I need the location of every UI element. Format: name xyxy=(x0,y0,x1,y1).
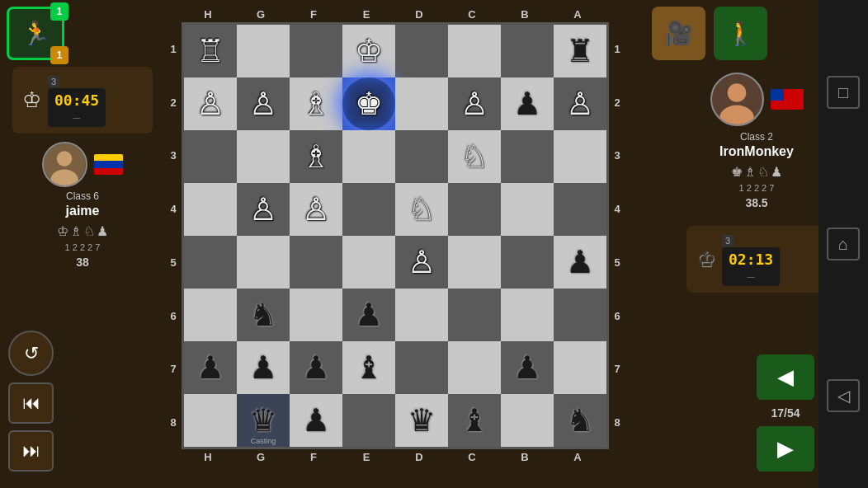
cell-d2[interactable] xyxy=(395,77,448,130)
timer-minus-right: — xyxy=(748,273,755,281)
cell-c1[interactable] xyxy=(448,25,501,77)
cell-e7[interactable]: ♝ xyxy=(342,341,395,394)
cell-f1[interactable] xyxy=(290,25,342,77)
cell-f5[interactable] xyxy=(290,236,342,289)
black-king-icon: ♔ xyxy=(696,246,715,272)
cell-d6[interactable] xyxy=(395,289,448,341)
opponent-class: Class 2 xyxy=(740,131,773,143)
cell-h4[interactable] xyxy=(184,183,237,236)
cell-g2[interactable]: ♙ xyxy=(237,77,290,130)
right-bottom-buttons: ◀ 17/54 ▶ xyxy=(757,354,814,472)
cell-h2[interactable]: ♙ xyxy=(184,77,237,130)
rewind-button[interactable]: ⏮ xyxy=(8,382,54,424)
cell-e3[interactable] xyxy=(342,130,395,183)
cell-b1[interactable] xyxy=(501,25,554,77)
left-panel: 🏃 1 1 ♔ 3 00:45 — Class 6 ja xyxy=(0,0,165,488)
cell-f2[interactable]: ♗ xyxy=(290,77,342,130)
left-timer-box: ♔ 3 00:45 — xyxy=(12,67,153,134)
move-count-right: 3 xyxy=(722,235,734,246)
cell-c6[interactable] xyxy=(448,289,501,341)
cell-f3[interactable]: ♗ xyxy=(290,130,342,183)
score-left: 38 xyxy=(76,256,89,269)
android-home-button[interactable]: ⌂ xyxy=(827,228,860,260)
camera-button[interactable]: 🎥 xyxy=(652,7,705,60)
cell-g6[interactable]: ♞ xyxy=(237,289,290,341)
rank-labels-right: 1 2 3 4 5 6 7 8 xyxy=(609,22,625,449)
cell-b6[interactable] xyxy=(501,289,554,341)
cell-f4[interactable]: ♙ xyxy=(290,183,342,236)
cell-f6[interactable] xyxy=(290,289,342,341)
prev-icon: ◀ xyxy=(777,364,794,390)
cell-b5[interactable] xyxy=(501,236,554,289)
score-right: 38.5 xyxy=(745,196,767,209)
cell-g7[interactable]: ♟ xyxy=(237,341,290,394)
cell-a3[interactable] xyxy=(554,130,606,183)
cell-g5[interactable] xyxy=(237,236,290,289)
cell-a4[interactable] xyxy=(554,183,606,236)
cell-b4[interactable] xyxy=(501,183,554,236)
cell-a2[interactable]: ♙ xyxy=(554,77,606,130)
cell-e2[interactable]: ♚ xyxy=(342,77,395,130)
cell-e4[interactable] xyxy=(342,183,395,236)
rank-labels-left: 1 2 3 4 5 6 7 8 xyxy=(165,22,182,449)
cell-d1[interactable] xyxy=(395,25,448,77)
android-back-button[interactable]: ◁ xyxy=(827,379,860,412)
cell-b8[interactable] xyxy=(501,394,554,447)
run-button[interactable]: 🏃 1 1 xyxy=(7,7,64,60)
badge-bottom: 1 xyxy=(50,46,68,64)
cell-b3[interactable] xyxy=(501,130,554,183)
cell-e6[interactable]: ♟ xyxy=(342,289,395,341)
next-nav-button[interactable]: ▶ xyxy=(757,426,814,472)
cell-a8[interactable]: ♞ xyxy=(554,394,606,447)
time-left: 00:45 xyxy=(54,92,99,109)
cell-h6[interactable] xyxy=(184,289,237,341)
cell-h1[interactable]: ♖ xyxy=(184,25,237,77)
prev-nav-button[interactable]: ◀ xyxy=(757,354,814,400)
cell-f7[interactable]: ♟ xyxy=(290,341,342,394)
cell-h7[interactable]: ♟ xyxy=(184,341,237,394)
svg-point-1 xyxy=(57,151,73,167)
cell-h3[interactable] xyxy=(184,130,237,183)
cell-c7[interactable] xyxy=(448,341,501,394)
cell-h8[interactable] xyxy=(184,394,237,447)
replay-button[interactable]: ↺ xyxy=(8,331,54,376)
cell-d4[interactable]: ♘ xyxy=(395,183,448,236)
cell-a6[interactable] xyxy=(554,289,606,341)
camera-icon: 🎥 xyxy=(664,20,693,47)
cell-g8[interactable]: ♛ Casting xyxy=(237,394,290,447)
cell-a5[interactable]: ♟ xyxy=(554,236,606,289)
cell-e1[interactable]: ♔ xyxy=(342,25,395,77)
cell-b2[interactable]: ♟ xyxy=(501,77,554,130)
board-with-rank: 1 2 3 4 5 6 7 8 ♖ ♔ ♜ ♙ ♙ ♗ ♚ xyxy=(165,22,644,449)
cell-g1[interactable] xyxy=(237,25,290,77)
cell-c2[interactable]: ♙ xyxy=(448,77,501,130)
cell-c5[interactable] xyxy=(448,236,501,289)
right-timer-box: ♔ 3 02:13 — xyxy=(686,226,827,293)
cell-c8[interactable]: ♝ xyxy=(448,394,501,447)
android-recent-button[interactable]: □ xyxy=(827,76,860,109)
hike-button[interactable]: 🚶 xyxy=(714,7,767,60)
cell-a7[interactable] xyxy=(554,341,606,394)
cell-g4[interactable]: ♙ xyxy=(237,183,290,236)
badge-top: 1 xyxy=(50,2,68,21)
flag-usa xyxy=(771,89,804,110)
opponent-info: Class 2 IronMonkey ♚♗♘♟ 1 2 2 2 7 38.5 xyxy=(710,73,804,209)
forward-button[interactable]: ⏭ xyxy=(8,430,54,472)
cell-d7[interactable] xyxy=(395,341,448,394)
move-count-left: 3 xyxy=(48,76,59,87)
home-icon: ⌂ xyxy=(838,235,848,254)
chess-board[interactable]: ♖ ♔ ♜ ♙ ♙ ♗ ♚ ♙ ♟ ♙ ♗ ♘ xyxy=(182,22,609,449)
cell-a1[interactable]: ♜ xyxy=(554,25,606,77)
cell-d8[interactable]: ♛ xyxy=(395,394,448,447)
cell-c4[interactable] xyxy=(448,183,501,236)
cell-c3[interactable]: ♘ xyxy=(448,130,501,183)
timer-minus-left: — xyxy=(73,114,81,122)
cell-e5[interactable] xyxy=(342,236,395,289)
cell-d3[interactable] xyxy=(395,130,448,183)
cell-d5[interactable]: ♙ xyxy=(395,236,448,289)
cell-g3[interactable] xyxy=(237,130,290,183)
cell-h5[interactable] xyxy=(184,236,237,289)
cell-e8[interactable] xyxy=(342,394,395,447)
cell-f8[interactable]: ♟ xyxy=(290,394,342,447)
cell-b7[interactable]: ♟ xyxy=(501,341,554,394)
